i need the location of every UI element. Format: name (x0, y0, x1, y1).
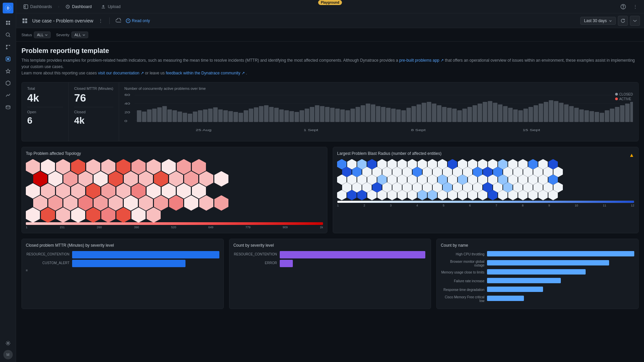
topology-hex[interactable] (131, 207, 146, 223)
open-value: 6 (27, 115, 63, 126)
upload-link[interactable]: Upload (98, 3, 124, 10)
sidebar: D M (0, 0, 16, 362)
topology-hex[interactable] (147, 207, 161, 223)
timeline-svg: 60 40 20 0 25 Aug 1 Sept 8 Sept 15 Sep (124, 93, 633, 136)
topology-scale: 1 151 260 390 520 649 779 909 1k (26, 222, 323, 229)
severity-bar-chart: RESOURCE_CONTENTION ERROR (233, 251, 427, 266)
mttr-footer: ≡ (26, 268, 219, 272)
community-link[interactable]: feedback within the Dynatrace community … (166, 71, 245, 75)
expand-button[interactable] (630, 16, 640, 26)
status-filter: Status ALL (21, 32, 51, 38)
time-range-label: Last 30 days (584, 18, 607, 23)
user-avatar[interactable]: M (3, 350, 13, 359)
svg-rect-8 (6, 45, 7, 46)
svg-rect-53 (223, 110, 228, 122)
svg-marker-16 (6, 81, 10, 85)
svg-rect-43 (172, 110, 177, 122)
template-header: Problem reporting template This template… (21, 47, 639, 77)
status-select[interactable]: ALL (34, 32, 51, 38)
sidebar-item-star[interactable] (3, 66, 13, 76)
desc-text-5: . (246, 71, 247, 75)
svg-text:0: 0 (124, 119, 127, 123)
count-bar-row-1: High CPU throttling (441, 251, 634, 258)
blast-hexgrid (337, 159, 634, 200)
dashboard-link[interactable]: Dashboard (62, 3, 95, 10)
svg-line-7 (9, 36, 10, 37)
grid-view-icon[interactable] (20, 16, 30, 25)
refresh-button[interactable] (618, 16, 628, 26)
count-label-2: Browser monitor global outage (441, 260, 484, 267)
svg-rect-55 (233, 112, 238, 122)
mttr-track-2 (72, 260, 219, 266)
svg-rect-23 (22, 18, 24, 20)
scale-min: 1 (26, 226, 28, 229)
mttr-label: Closed MTTR (Minutes) (74, 86, 113, 90)
svg-text:1 Sept: 1 Sept (304, 128, 318, 132)
topology-hex[interactable] (116, 207, 130, 223)
severity-select[interactable]: ALL (71, 32, 88, 38)
svg-rect-97 (447, 108, 451, 122)
prebuilt-link[interactable]: pre-built problems app ↗ (399, 58, 444, 63)
cloud-button[interactable] (114, 16, 123, 25)
sidebar-item-packages[interactable] (3, 54, 13, 64)
sidebar-item-chart[interactable] (3, 90, 13, 101)
sidebar-item-settings[interactable] (3, 338, 13, 349)
scale-520: 520 (171, 226, 176, 229)
topology-hex[interactable] (101, 207, 115, 223)
help-icon[interactable] (619, 2, 628, 11)
topology-hex[interactable] (71, 207, 85, 223)
time-range-selector[interactable]: Last 30 days (580, 17, 616, 25)
playground-badge: Playground (318, 0, 342, 5)
svg-rect-56 (238, 113, 243, 122)
mttr-track-1 (72, 251, 219, 258)
svg-rect-104 (483, 102, 487, 122)
count-label-1: High CPU throttling (441, 252, 484, 256)
docs-link[interactable]: visit our documentation ↗ (98, 71, 144, 75)
svg-rect-123 (579, 109, 584, 122)
count-bar-row-2: Browser monitor global outage (441, 260, 634, 267)
svg-rect-62 (269, 107, 273, 122)
severity-bar-row-2: ERROR (233, 260, 427, 266)
svg-rect-11 (6, 47, 7, 47)
svg-rect-50 (208, 109, 212, 122)
svg-rect-54 (228, 111, 233, 122)
sidebar-item-grid[interactable] (3, 42, 13, 52)
svg-rect-71 (315, 105, 319, 122)
count-bar-row-4: Failure rate increase (441, 278, 634, 285)
sidebar-item-home[interactable] (3, 17, 13, 28)
svg-rect-94 (432, 104, 436, 122)
scale-1k: 1k (320, 226, 323, 229)
svg-rect-52 (218, 109, 222, 122)
blast-radius-header: Largest Problem Blast Radius (number of … (337, 151, 634, 159)
upload-label: Upload (108, 4, 120, 9)
topology-hex[interactable] (26, 207, 40, 223)
bar-charts-row: Closed problem MTTR (Minutes) by severit… (21, 239, 639, 309)
desc-text-1: This template provides examples for prob… (21, 58, 398, 63)
active-dot (615, 98, 618, 100)
svg-rect-78 (351, 109, 355, 122)
chart-container: CLOSED ACTIVE 60 40 20 0 (124, 93, 633, 137)
svg-rect-41 (162, 106, 167, 122)
topology-hex[interactable] (56, 207, 70, 223)
svg-rect-117 (549, 100, 553, 122)
scale-909: 909 (283, 226, 288, 229)
severity-filter-label: Severity (56, 33, 69, 37)
severity-label-1: RESOURCE_CONTENTION (233, 252, 277, 256)
svg-rect-88 (401, 110, 406, 122)
sidebar-item-search[interactable] (3, 29, 13, 40)
dashboards-link[interactable]: Dashboards (20, 3, 55, 10)
page-content: Problem reporting template This template… (16, 42, 644, 362)
sidebar-item-db[interactable] (3, 102, 13, 113)
svg-point-6 (6, 33, 9, 36)
topology-hex[interactable] (86, 207, 100, 223)
more-icon[interactable]: ⋮ (631, 2, 640, 11)
svg-rect-65 (284, 110, 289, 122)
more-options-button[interactable]: ⋮ (96, 16, 105, 25)
mttr-panel-title: Closed problem MTTR (Minutes) by severit… (26, 243, 219, 248)
count-fill-2 (487, 260, 609, 265)
status-filter-label: Status (21, 33, 32, 37)
topology-hex[interactable] (41, 207, 55, 223)
scale-390: 390 (134, 226, 139, 229)
svg-text:D: D (7, 6, 9, 10)
sidebar-item-hex[interactable] (3, 78, 13, 88)
